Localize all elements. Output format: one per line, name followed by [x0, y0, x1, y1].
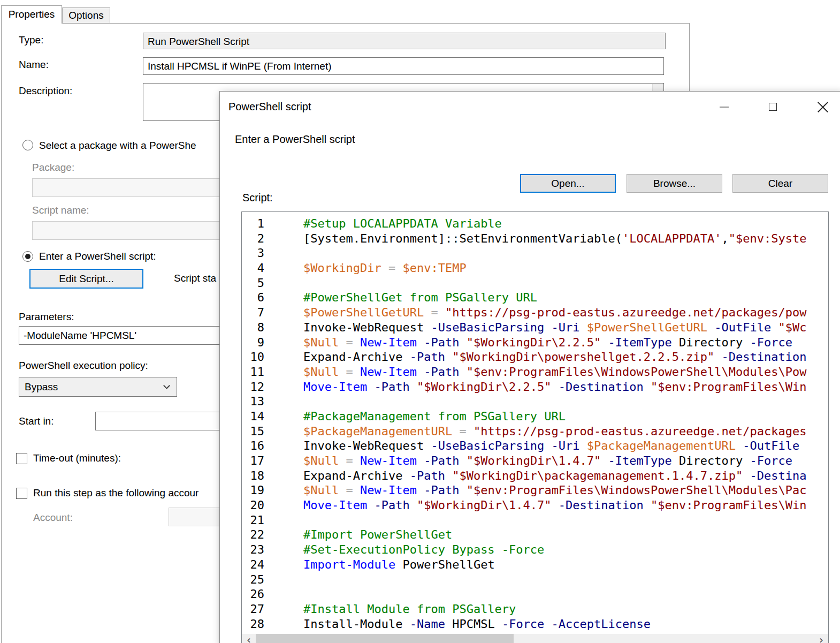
line-number: 25: [242, 572, 264, 587]
code-text: $PowerShellGetURL = "https://psg-prod-ea…: [264, 305, 806, 320]
code-line: 5: [242, 276, 828, 291]
code-text: Import-Module PowerShellGet: [264, 557, 495, 572]
open-button[interactable]: Open...: [520, 174, 616, 193]
code-text: [System.Environment]::SetEnvironmentVari…: [264, 231, 806, 246]
line-number: 10: [242, 350, 264, 365]
code-line: 24Import-Module PowerShellGet: [242, 557, 828, 572]
name-field[interactable]: Install HPCMSL if WinPE (From Internet): [143, 57, 664, 75]
line-number: 11: [242, 365, 264, 380]
tab-properties[interactable]: Properties: [1, 5, 62, 24]
code-line: 27#Install Module from PSGallery: [242, 602, 828, 617]
minimize-icon: [720, 107, 729, 108]
code-line: 10Expand-Archive -Path "$WorkingDir\powe…: [242, 350, 828, 365]
code-text: Invoke-WebRequest -UseBasicParsing -Uri …: [264, 320, 806, 335]
execution-policy-value: Bypass: [25, 381, 58, 392]
code-text: #Setup LOCALAPPDATA Variable: [264, 216, 502, 231]
line-number: 20: [242, 498, 264, 513]
code-text: Expand-Archive -Path "$WorkingDir\packag…: [264, 468, 806, 483]
radio-select-package[interactable]: [22, 140, 33, 150]
line-number: 22: [242, 527, 264, 542]
execution-policy-dropdown[interactable]: Bypass: [19, 377, 177, 397]
code-line: 3: [242, 246, 828, 261]
code-line: 6#PowerShellGet from PSGallery URL: [242, 290, 828, 305]
script-name-label: Script name:: [32, 205, 89, 216]
radio-enter-script[interactable]: [22, 251, 33, 262]
script-label: Script:: [242, 192, 273, 204]
code-text: [264, 587, 303, 602]
scroll-left-icon[interactable]: ‹: [242, 634, 256, 643]
code-line: 22#Import PowerShellGet: [242, 527, 828, 542]
line-number: 23: [242, 542, 264, 557]
code-line: 7$PowerShellGetURL = "https://psg-prod-e…: [242, 305, 828, 320]
maximize-button[interactable]: [760, 92, 785, 122]
tab-options[interactable]: Options: [62, 7, 110, 23]
line-number: 2: [242, 231, 264, 246]
dialog-title: PowerShell script: [228, 92, 311, 122]
account-label: Account:: [33, 512, 73, 524]
code-line: 17$Null = New-Item -Path "$WorkingDir\1.…: [242, 453, 828, 468]
line-number: 13: [242, 394, 264, 409]
h-scrollbar[interactable]: ‹ ›: [242, 634, 828, 643]
chevron-down-icon: [163, 382, 170, 389]
type-label: Type:: [19, 34, 43, 46]
code-text: Move-Item -Path "$WorkingDir\1.4.7" -Des…: [264, 498, 806, 513]
code-line: 4$WorkingDir = $env:TEMP: [242, 261, 828, 276]
code-line: 20Move-Item -Path "$WorkingDir\1.4.7" -D…: [242, 498, 828, 513]
code-line: 28Install-Module -Name HPCMSL -Force -Ac…: [242, 617, 828, 632]
browse-button[interactable]: Browse...: [627, 174, 722, 193]
enter-script-label: Enter a PowerShell script: [235, 133, 355, 146]
code-text: $Null = New-Item -Path "$env:ProgramFile…: [264, 483, 806, 498]
radio-enter-script-label: Enter a PowerShell script:: [39, 251, 156, 262]
maximize-icon: [769, 103, 777, 111]
code-line: 14#PackageManagement from PSGallery URL: [242, 409, 828, 424]
line-number: 3: [242, 246, 264, 261]
run-as-label: Run this step as the following accour: [33, 487, 198, 499]
radio-select-package-label: Select a package with a PowerShe: [39, 140, 196, 152]
code-text: Move-Item -Path "$WorkingDir\2.2.5" -Des…: [264, 380, 806, 395]
code-text: $Null = New-Item -Path "$WorkingDir\1.4.…: [264, 453, 792, 468]
script-status-label: Script sta: [174, 273, 216, 284]
code-text: [264, 394, 303, 409]
package-label: Package:: [32, 162, 74, 173]
code-text: $Null = New-Item -Path "$WorkingDir\2.2.…: [264, 335, 792, 350]
code-text: $PackageManagementURL = "https://psg-pro…: [264, 424, 806, 439]
clear-button[interactable]: Clear: [732, 174, 828, 193]
code-text: $Null = New-Item -Path "$env:ProgramFile…: [264, 365, 806, 380]
powershell-script-dialog: PowerShell script Enter a PowerShell scr…: [219, 91, 840, 643]
line-number: 24: [242, 557, 264, 572]
timeout-checkbox[interactable]: [16, 453, 27, 464]
line-number: 7: [242, 305, 264, 320]
type-field: Run PowerShell Script: [143, 33, 666, 49]
line-number: 15: [242, 424, 264, 439]
close-button[interactable]: [811, 92, 835, 122]
code-line: 26: [242, 587, 828, 602]
line-number: 21: [242, 513, 264, 528]
code-line: 2[System.Environment]::SetEnvironmentVar…: [242, 231, 828, 246]
code-line: 25: [242, 572, 828, 587]
line-number: 14: [242, 409, 264, 424]
description-label: Description:: [19, 85, 72, 97]
line-number: 5: [242, 276, 264, 291]
scrollbar-thumb[interactable]: [256, 634, 514, 643]
code-text: #PackageManagement from PSGallery URL: [264, 409, 566, 424]
line-number: 6: [242, 290, 264, 305]
parameters-label: Parameters:: [19, 311, 74, 323]
code-line: 12Move-Item -Path "$WorkingDir\2.2.5" -D…: [242, 380, 828, 395]
code-line: 13: [242, 394, 828, 409]
line-number: 1: [242, 216, 264, 231]
scroll-right-icon[interactable]: ›: [814, 634, 828, 643]
code-line: 23#Set-ExecutionPolicy Bypass -Force: [242, 542, 828, 557]
code-text: Install-Module -Name HPCMSL -Force -Acce…: [264, 617, 651, 632]
code-text: #Install Module from PSGallery: [264, 602, 516, 617]
code-line: 9$Null = New-Item -Path "$WorkingDir\2.2…: [242, 335, 828, 350]
minimize-button[interactable]: [712, 92, 736, 122]
script-editor[interactable]: 1#Setup LOCALAPPDATA Variable2[System.En…: [241, 211, 829, 643]
code-line: 16Invoke-WebRequest -UseBasicParsing -Ur…: [242, 438, 828, 453]
line-number: 17: [242, 453, 264, 468]
execution-policy-label: PowerShell execution policy:: [19, 360, 148, 372]
edit-script-button[interactable]: Edit Script...: [29, 269, 143, 289]
line-number: 4: [242, 261, 264, 276]
run-as-checkbox[interactable]: [16, 488, 27, 499]
code-text: #Import PowerShellGet: [264, 527, 452, 542]
line-number: 18: [242, 468, 264, 483]
